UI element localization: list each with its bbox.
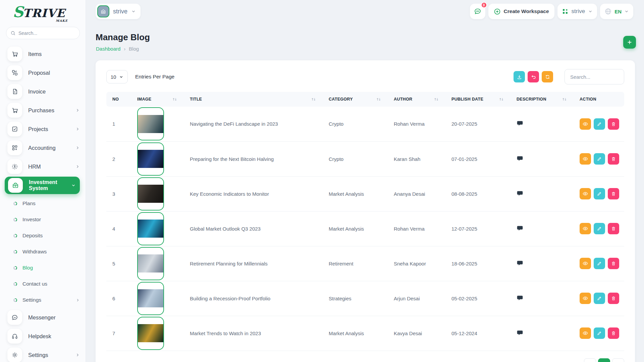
edit-button[interactable] — [594, 327, 605, 339]
messages-button[interactable]: 0 — [470, 4, 485, 19]
delete-button[interactable] — [608, 153, 619, 165]
edit-button[interactable] — [594, 223, 605, 234]
description-comment-icon[interactable] — [517, 329, 523, 336]
workspace-switcher[interactable]: strive — [96, 4, 141, 19]
submenu-item[interactable]: Settings — [0, 292, 86, 308]
sidebar-item-purchases[interactable]: Purchases — [0, 101, 86, 120]
description-comment-icon[interactable] — [517, 155, 523, 162]
sort-icon[interactable]: ↑↓ — [434, 98, 438, 101]
sidebar-item-items[interactable]: Items — [0, 45, 86, 63]
entries-per-page-select[interactable]: 10 — [106, 70, 128, 83]
column-header-image[interactable]: IMAGE↑↓ — [126, 92, 178, 107]
delete-button[interactable] — [608, 293, 619, 304]
sort-icon[interactable]: ↑↓ — [499, 98, 503, 101]
table-controls: 10 Entries Per Page — [106, 69, 624, 84]
strive-logo: STRIVE MAKE — [13, 5, 66, 19]
description-comment-icon[interactable] — [517, 260, 523, 266]
sidebar-search-input[interactable] — [18, 31, 69, 36]
submenu-item[interactable]: Withdraws — [0, 244, 86, 260]
delete-button[interactable] — [608, 223, 619, 234]
blog-image-thumbnail[interactable] — [137, 317, 164, 350]
view-button[interactable] — [580, 153, 591, 165]
breadcrumb-dashboard-link[interactable]: Dashboard — [96, 46, 120, 52]
blog-image-thumbnail[interactable] — [137, 247, 164, 280]
delete-button[interactable] — [608, 118, 619, 130]
pagination-page-button[interactable] — [598, 358, 610, 362]
column-header-category[interactable]: CATEGORY↑↓ — [317, 92, 382, 107]
view-button[interactable] — [580, 188, 591, 199]
sidebar-item-accounting[interactable]: Accounting — [0, 138, 86, 157]
description-comment-icon[interactable] — [517, 295, 523, 301]
blog-image-thumbnail[interactable] — [137, 107, 164, 140]
sidebar-item-projects[interactable]: Projects — [0, 120, 86, 138]
blog-publish-date: 20-07-2025 — [440, 107, 505, 141]
delete-button[interactable] — [608, 258, 619, 269]
column-header-author[interactable]: AUTHOR↑↓ — [382, 92, 440, 107]
edit-button[interactable] — [594, 153, 605, 165]
view-button[interactable] — [580, 223, 591, 234]
view-button[interactable] — [580, 258, 591, 269]
delete-button[interactable] — [608, 327, 619, 339]
refresh-button[interactable] — [542, 71, 553, 82]
sidebar-item-investment-system[interactable]: Investment System — [5, 177, 80, 194]
entries-per-page-label: Entries Per Page — [135, 74, 174, 80]
row-number: 5 — [106, 246, 126, 281]
view-button[interactable] — [580, 327, 591, 339]
description-comment-icon[interactable] — [517, 120, 523, 127]
submenu-item[interactable]: Deposits — [0, 228, 86, 244]
row-number: 1 — [106, 107, 126, 141]
edit-button[interactable] — [594, 188, 605, 199]
sort-icon[interactable]: ↑↓ — [562, 98, 566, 101]
grid-plus-icon — [562, 8, 569, 15]
breadcrumb: Dashboard › Blog — [96, 46, 139, 52]
sort-icon[interactable]: ↑↓ — [376, 98, 380, 101]
blog-publish-date: 12-07-2025 — [440, 211, 505, 246]
language-select[interactable]: EN — [600, 4, 633, 19]
pagination-prev-button[interactable] — [584, 358, 596, 362]
edit-button[interactable] — [594, 258, 605, 269]
description-comment-icon[interactable] — [517, 225, 523, 232]
pagination-next-button[interactable] — [612, 358, 624, 362]
blog-image-thumbnail[interactable] — [137, 142, 164, 176]
chat-bubble-icon — [474, 7, 482, 15]
create-workspace-button[interactable]: Create Workspace — [488, 4, 554, 19]
view-button[interactable] — [580, 293, 591, 304]
chevron-right-icon — [75, 127, 80, 131]
column-header-publish-date[interactable]: PUBLISH DATE↑↓ — [440, 92, 505, 107]
blog-title: Market Trends to Watch in 2023 — [178, 316, 317, 351]
add-blog-button[interactable] — [623, 36, 636, 49]
sort-icon[interactable]: ↑↓ — [172, 98, 176, 101]
sidebar-item-settings[interactable]: Settings — [0, 346, 86, 362]
column-header-title[interactable]: TITLE↑↓ — [178, 92, 317, 107]
blog-image-thumbnail[interactable] — [137, 177, 164, 210]
search-icon — [10, 31, 16, 36]
blog-category: Retirement — [317, 246, 382, 281]
submenu-item[interactable]: Investor — [0, 212, 86, 228]
sidebar-item-proposal[interactable]: Proposal — [0, 63, 86, 82]
export-download-button[interactable] — [514, 71, 525, 82]
blog-author: Kavya Desai — [382, 316, 440, 351]
blog-title: Global Market Outlook Q3 2023 — [178, 211, 317, 246]
edit-button[interactable] — [594, 118, 605, 130]
undo-button[interactable] — [528, 71, 539, 82]
sidebar-item-messenger[interactable]: Messenger — [0, 308, 86, 327]
refresh-icon — [545, 74, 550, 80]
blog-image-thumbnail[interactable] — [137, 212, 164, 245]
workspace-select[interactable]: strive — [557, 4, 597, 19]
edit-button[interactable] — [594, 293, 605, 304]
submenu-item[interactable]: Plans — [0, 195, 86, 212]
blog-publish-date: 05-02-2025 — [440, 281, 505, 316]
submenu-item[interactable]: Blog — [0, 260, 86, 276]
sidebar-item-invoice[interactable]: Invoice — [0, 82, 86, 101]
delete-button[interactable] — [608, 188, 619, 199]
description-comment-icon[interactable] — [517, 190, 523, 197]
sidebar-item-helpdesk[interactable]: Helpdesk — [0, 327, 86, 346]
submenu-item[interactable]: Contact us — [0, 276, 86, 292]
view-button[interactable] — [580, 118, 591, 130]
table-search-input[interactable] — [565, 69, 624, 84]
sort-icon[interactable]: ↑↓ — [311, 98, 315, 101]
blog-image-thumbnail[interactable] — [137, 282, 164, 315]
chevron-down-icon — [71, 183, 76, 188]
sidebar-item-hrm[interactable]: HRM — [0, 157, 86, 176]
column-header-description[interactable]: DESCRIPTION↑↓ — [505, 92, 568, 107]
